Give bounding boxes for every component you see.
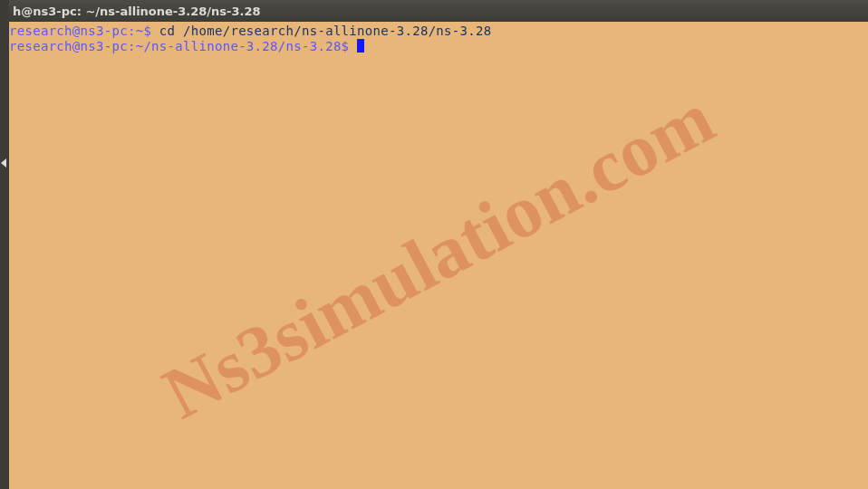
window-titlebar[interactable]: h@ns3-pc: ~/ns-allinone-3.28/ns-3.28	[9, 0, 868, 22]
command-1: cd /home/research/ns-allinone-3.28/ns-3.…	[151, 24, 491, 38]
terminal-cursor	[357, 39, 364, 53]
command-2	[349, 39, 357, 53]
window-title: h@ns3-pc: ~/ns-allinone-3.28/ns-3.28	[13, 5, 261, 18]
terminal-line-2: research@ns3-pc:~/ns-allinone-3.28/ns-3.…	[9, 39, 868, 54]
panel-arrow-icon	[1, 158, 6, 168]
prompt-1: research@ns3-pc:~$	[9, 24, 151, 38]
terminal-area[interactable]: Ns3simulation.com research@ns3-pc:~$ cd …	[9, 22, 868, 489]
terminal-content: research@ns3-pc:~$ cd /home/research/ns-…	[9, 22, 868, 54]
window-left-edge	[0, 0, 9, 489]
watermark-text: Ns3simulation.com	[166, 106, 711, 406]
prompt-2: research@ns3-pc:~/ns-allinone-3.28/ns-3.…	[9, 39, 349, 53]
terminal-line-1: research@ns3-pc:~$ cd /home/research/ns-…	[9, 24, 868, 39]
